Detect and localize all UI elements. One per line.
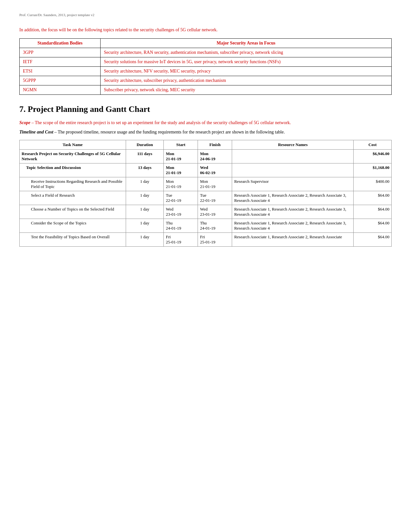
duration-cell: 1 day [126,233,164,247]
scope-label: Scope [19,120,30,125]
gantt-table-row: Test the Feasibility of Topics Based on … [20,233,392,247]
cost-cell: $64.00 [354,233,392,247]
finish-cell: Wed06-02-19 [198,163,232,177]
body-desc-cell: Subscriber privacy, network slicing, MEC… [101,85,392,95]
security-table-row: NGMNSubscriber privacy, network slicing,… [20,85,392,95]
intro-paragraph: In addition, the focus will be on the fo… [19,26,392,33]
start-cell: Mon21-01-19 [164,150,198,163]
header-duration: Duration [126,140,164,150]
cost-cell: $6,946.00 [354,150,392,163]
task-name-cell: Consider the Scope of the Topics [20,219,126,233]
start-cell: Mon21-01-19 [164,177,198,191]
cost-cell: $400.00 [354,177,392,191]
timeline-paragraph: Timeline and Cost – The proposed timelin… [19,129,392,135]
task-name-cell: Test the Feasibility of Topics Based on … [20,233,126,247]
body-desc-cell: Security architecture, subscriber privac… [101,76,392,85]
header-cost: Cost [354,140,392,150]
duration-cell: 1 day [126,205,164,219]
duration-cell: 13 days [126,163,164,177]
security-table-row: IETFSecurity solutions for massive IoT d… [20,57,392,67]
timeline-label: Timeline and Cost [19,130,53,134]
finish-cell: Fri25-01-19 [198,233,232,247]
task-name-cell: Select a Field of Research [20,191,126,205]
duration-cell: 1 day [126,219,164,233]
scope-text: – The scope of the entire research proje… [30,120,291,125]
gantt-table-row: Topic Selection and Discussion13 daysMon… [20,163,392,177]
resource-cell: Research Associate 1, Research Associate… [232,233,354,247]
duration-cell: 111 days [126,150,164,163]
resource-cell: Research Supervisor [232,177,354,191]
finish-cell: Mon21-01-19 [198,177,232,191]
header-resources: Resource Names [232,140,354,150]
start-cell: Tue22-01-19 [164,191,198,205]
gantt-table-row: Consider the Scope of the Topics1 dayThu… [20,219,392,233]
gantt-table-row: Receive Instructions Regarding Research … [20,177,392,191]
security-table: Standardization Bodies Major Security Ar… [19,38,392,95]
body-name-cell: 5GPPP [20,76,101,85]
body-desc-cell: Security architecture, NFV security, MEC… [101,67,392,76]
finish-cell: Tue22-01-19 [198,191,232,205]
finish-cell: Thu24-01-19 [198,219,232,233]
start-cell: Thu24-01-19 [164,219,198,233]
section-heading: 7. Project Planning and Gantt Chart [19,104,392,114]
scope-paragraph: Scope – The scope of the entire research… [19,119,392,126]
start-cell: Fri25-01-19 [164,233,198,247]
timeline-text: – The proposed timeline, resource usage … [53,130,285,134]
resource-cell [232,150,354,163]
security-table-row: ETSISecurity architecture, NFV security,… [20,67,392,76]
resource-cell: Research Associate 1, Research Associate… [232,219,354,233]
cost-cell: $1,168.00 [354,163,392,177]
col2-header: Major Security Areas in Focus [101,39,392,48]
body-desc-cell: Security architecture, RAN security, aut… [101,48,392,57]
gantt-table: Task Name Duration Start Finish Resource… [19,140,392,247]
cost-cell: $64.00 [354,219,392,233]
security-table-row: 3GPPSecurity architecture, RAN security,… [20,48,392,57]
header-finish: Finish [198,140,232,150]
resource-cell [232,163,354,177]
body-name-cell: NGMN [20,85,101,95]
finish-cell: Wed23-01-19 [198,205,232,219]
header-start: Start [164,140,198,150]
finish-cell: Mon24-06-19 [198,150,232,163]
task-name-cell: Receive Instructions Regarding Research … [20,177,126,191]
gantt-table-row: Choose a Number of Topics on the Selecte… [20,205,392,219]
task-name-cell: Research Project on Security Challenges … [20,150,126,163]
task-name-cell: Topic Selection and Discussion [20,163,126,177]
header-task-name: Task Name [20,140,126,150]
gantt-table-row: Select a Field of Research1 dayTue22-01-… [20,191,392,205]
resource-cell: Research Associate 1, Research Associate… [232,205,354,219]
gantt-table-row: Research Project on Security Challenges … [20,150,392,163]
duration-cell: 1 day [126,191,164,205]
body-name-cell: ETSI [20,67,101,76]
cost-cell: $64.00 [354,191,392,205]
start-cell: Mon21-01-19 [164,163,198,177]
security-table-row: 5GPPPSecurity architecture, subscriber p… [20,76,392,85]
body-desc-cell: Security solutions for massive IoT devic… [101,57,392,67]
task-name-cell: Choose a Number of Topics on the Selecte… [20,205,126,219]
body-name-cell: IETF [20,57,101,67]
col1-header: Standardization Bodies [20,39,101,48]
header-text: Prof. Curran/Dr. Saunders, 2013, project… [19,13,392,17]
start-cell: Wed23-01-19 [164,205,198,219]
body-name-cell: 3GPP [20,48,101,57]
resource-cell: Research Associate 1, Research Associate… [232,191,354,205]
duration-cell: 1 day [126,177,164,191]
cost-cell: $64.00 [354,205,392,219]
